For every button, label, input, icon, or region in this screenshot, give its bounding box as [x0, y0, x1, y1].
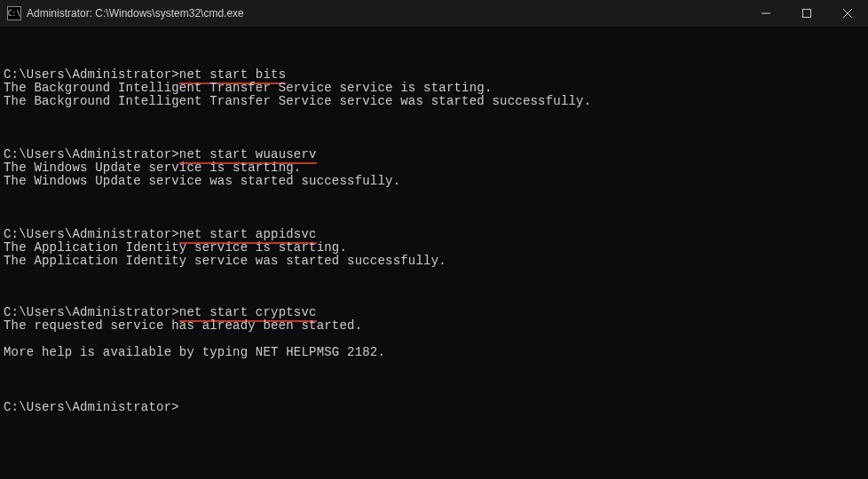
prompt: C:\Users\Administrator> — [4, 147, 179, 161]
prompt: C:\Users\Administrator> — [4, 227, 179, 241]
output-line: The Application Identity service is star… — [4, 240, 347, 255]
prompt: C:\Users\Administrator> — [4, 400, 179, 414]
terminal-output[interactable]: C:\Users\Administrator>net start bits Th… — [0, 27, 868, 429]
cmd-icon: C:\ — [7, 6, 21, 20]
output-line: More help is available by typing NET HEL… — [4, 345, 385, 359]
output-line: The Background Intelligent Transfer Serv… — [4, 81, 493, 95]
window-titlebar[interactable]: C:\ Administrator: C:\Windows\system32\c… — [0, 0, 868, 27]
command-block-cryptsvc: C:\Users\Administrator>net start cryptsv… — [4, 306, 864, 359]
command-block-bits: C:\Users\Administrator>net start bits Th… — [4, 68, 864, 108]
prompt: C:\Users\Administrator> — [4, 67, 179, 82]
command-block-appidsvc: C:\Users\Administrator>net start appidsv… — [4, 228, 864, 268]
output-line: The requested service has already been s… — [4, 318, 362, 333]
window-controls — [746, 0, 868, 27]
command-block-wuauserv: C:\Users\Administrator>net start wuauser… — [4, 148, 864, 188]
maximize-button[interactable] — [786, 0, 827, 27]
close-button[interactable] — [827, 0, 868, 27]
minimize-button[interactable] — [746, 0, 786, 27]
output-line: The Application Identity service was sta… — [4, 254, 446, 268]
svg-rect-1 — [803, 10, 811, 18]
window-title: Administrator: C:\Windows\system32\cmd.e… — [27, 7, 746, 20]
prompt: C:\Users\Administrator> — [4, 305, 179, 319]
output-line: The Background Intelligent Transfer Serv… — [4, 94, 591, 108]
current-prompt: C:\Users\Administrator> — [4, 401, 864, 414]
output-line: The Windows Update service is starting. — [4, 161, 301, 175]
output-line: The Windows Update service was started s… — [4, 174, 400, 188]
